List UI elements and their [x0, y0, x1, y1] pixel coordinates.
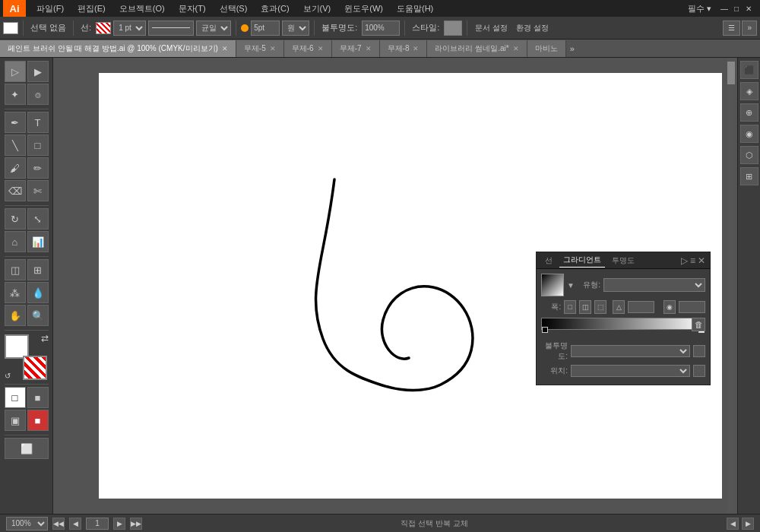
half-mode-btn[interactable]: ▣: [5, 410, 26, 431]
tab-active-close[interactable]: ✕: [222, 45, 228, 52]
tab-1-close[interactable]: ✕: [270, 45, 276, 52]
status-arrow-right[interactable]: ▶: [742, 518, 754, 530]
pen-tool[interactable]: ✒: [5, 112, 26, 133]
opacity-input[interactable]: [362, 21, 400, 36]
full-mode-btn[interactable]: ■: [27, 410, 49, 431]
gradient-stop-left[interactable]: [542, 327, 548, 333]
blend-tool[interactable]: ⁂: [5, 282, 26, 303]
gradient-btn-3[interactable]: ⬚: [594, 300, 606, 314]
tab-5[interactable]: 라이브러리 썸네일.ai* ✕: [427, 40, 527, 57]
stroke-color-preview[interactable]: [3, 22, 18, 34]
chart-tool[interactable]: 📊: [27, 231, 49, 252]
eyedropper-tool[interactable]: 💧: [27, 282, 49, 303]
right-panel-btn-6[interactable]: ⊞: [740, 167, 758, 185]
position-select[interactable]: [571, 365, 690, 377]
menu-effect[interactable]: 효과(C): [255, 2, 295, 16]
right-panel-btn-5[interactable]: ⬡: [740, 146, 758, 164]
menu-file[interactable]: 파일(F): [30, 2, 70, 16]
menu-edit[interactable]: 편집(E): [71, 2, 112, 16]
tab-6[interactable]: 마비노: [527, 40, 566, 57]
stroke-fill-box[interactable]: [96, 22, 111, 34]
right-panel-btn-3[interactable]: ⊕: [740, 103, 758, 122]
vertical-scrollbar[interactable]: [727, 58, 735, 514]
panel-tab-line[interactable]: 선: [541, 254, 556, 268]
selection-tool[interactable]: ▷: [5, 61, 26, 82]
gradient-delete-btn[interactable]: 🗑: [692, 318, 705, 331]
gradient-angle-btn[interactable]: △: [613, 300, 625, 314]
menu-object[interactable]: 오브젝트(O): [113, 2, 171, 16]
panel-menu-icon[interactable]: ≡: [690, 255, 695, 266]
right-panel-btn-1[interactable]: ⬛: [740, 61, 758, 79]
scissors-tool[interactable]: ✄: [27, 180, 49, 201]
normal-mode-btn[interactable]: □: [5, 387, 26, 408]
brush-shape-select[interactable]: 원: [282, 21, 309, 36]
tab-3-close[interactable]: ✕: [366, 45, 372, 52]
direct-selection-tool[interactable]: ▶: [27, 61, 49, 82]
panel-tab-opacity[interactable]: 투명도: [608, 254, 638, 268]
panel-expand-icon[interactable]: ▷: [681, 255, 688, 266]
gradient-angle-input[interactable]: [628, 301, 654, 313]
env-settings-button[interactable]: 환경 설정: [513, 21, 552, 35]
scale-tool[interactable]: ⤡: [27, 208, 49, 230]
color-swap-button[interactable]: ⇄: [41, 333, 49, 344]
gradient-bar[interactable]: [541, 318, 705, 330]
rotate-tool[interactable]: ↻: [5, 208, 26, 230]
stroke-align-select[interactable]: 균일: [196, 21, 231, 36]
stroke-line-preview[interactable]: [148, 21, 194, 36]
position-arrow[interactable]: [693, 365, 705, 377]
nav-prev-button[interactable]: ◀: [69, 518, 81, 530]
screen-mode-btn[interactable]: ■: [27, 387, 49, 408]
panel-tab-gradient[interactable]: 그라디언트: [559, 253, 605, 268]
opacity-select[interactable]: [571, 345, 690, 357]
opacity-arrow[interactable]: [693, 345, 705, 357]
gradient-ratio-btn[interactable]: ◉: [663, 300, 676, 314]
tab-4[interactable]: 무제-8 ✕: [380, 40, 428, 57]
right-panel-btn-2[interactable]: ◈: [740, 82, 758, 100]
page-number-input[interactable]: [86, 518, 109, 530]
panel-toggle-button[interactable]: ☰: [723, 21, 740, 36]
status-arrow-left[interactable]: ◀: [727, 518, 739, 530]
menu-text[interactable]: 문자(T): [173, 2, 212, 16]
magic-wand-tool[interactable]: ✦: [5, 84, 26, 105]
gradient-type-select[interactable]: [603, 278, 705, 292]
hand-tool[interactable]: ✋: [5, 305, 26, 326]
eraser-tool[interactable]: ⌫: [5, 180, 26, 201]
panel-close-icon[interactable]: ✕: [698, 255, 705, 266]
background-color[interactable]: [23, 356, 47, 380]
stroke-width-select[interactable]: 1 pt: [113, 21, 146, 36]
gradient-btn-2[interactable]: ◫: [579, 300, 591, 314]
gradient-ratio-input[interactable]: [679, 301, 705, 313]
tab-5-close[interactable]: ✕: [513, 45, 519, 52]
scrollbar-thumb[interactable]: [727, 62, 735, 84]
zoom-tool[interactable]: 🔍: [27, 305, 49, 326]
nav-last-button[interactable]: ▶▶: [130, 518, 142, 530]
maximize-button[interactable]: □: [731, 3, 742, 14]
tab-1[interactable]: 무제-5 ✕: [236, 40, 284, 57]
menu-window[interactable]: 윈도우(W): [338, 2, 389, 16]
gradient-preview-box[interactable]: [541, 274, 564, 296]
type-tool[interactable]: T: [27, 112, 49, 133]
zoom-select[interactable]: 100%: [6, 517, 48, 530]
tab-active[interactable]: 페인트 브러쉬 안될 때 해결 방법.ai @ 100% (CMYK/미리보기)…: [0, 40, 236, 57]
gradient-tool[interactable]: ◫: [5, 259, 26, 280]
paintbrush-tool[interactable]: 🖌: [5, 157, 26, 179]
tab-2-close[interactable]: ✕: [318, 45, 324, 52]
right-panel-btn-4[interactable]: ◉: [740, 125, 758, 143]
gradient-preview-arrow[interactable]: ▼: [567, 281, 575, 290]
menu-help[interactable]: 도움말(H): [391, 2, 439, 16]
close-button[interactable]: ✕: [743, 3, 754, 14]
nav-next-button[interactable]: ▶: [113, 518, 125, 530]
gradient-btn-1[interactable]: □: [564, 300, 576, 314]
pencil-tool[interactable]: ✏: [27, 157, 49, 179]
screen-view-btn[interactable]: ⬜: [5, 438, 49, 459]
brush-size-input[interactable]: [251, 21, 280, 36]
workspace-selector[interactable]: 필수 ▾: [683, 2, 716, 16]
warp-tool[interactable]: ⌂: [5, 231, 26, 252]
tab-4-close[interactable]: ✕: [413, 45, 419, 52]
style-box[interactable]: [444, 21, 462, 36]
color-reset-button[interactable]: ↺: [5, 372, 11, 380]
nav-first-button[interactable]: ◀◀: [52, 518, 65, 530]
tab-2[interactable]: 무제-6 ✕: [284, 40, 332, 57]
menu-select[interactable]: 선택(S): [214, 2, 254, 16]
tab-more-button[interactable]: »: [566, 40, 578, 57]
